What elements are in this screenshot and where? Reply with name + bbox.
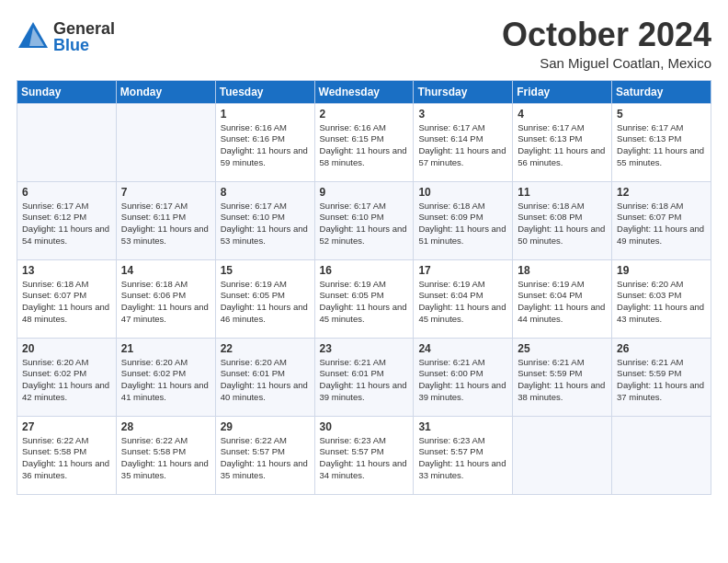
header: General Blue October 2024 San Miguel Coa… — [17, 17, 711, 71]
day-number: 21 — [121, 342, 210, 355]
day-number: 15 — [221, 264, 310, 277]
day-info: Sunrise: 6:22 AM Sunset: 5:58 PM Dayligh… — [22, 435, 111, 482]
day-info: Sunrise: 6:18 AM Sunset: 6:06 PM Dayligh… — [121, 279, 210, 326]
calendar-table: Sunday Monday Tuesday Wednesday Thursday… — [17, 80, 711, 495]
day-number: 24 — [418, 342, 507, 355]
calendar-week-row: 27Sunrise: 6:22 AM Sunset: 5:58 PM Dayli… — [17, 416, 711, 494]
day-info: Sunrise: 6:20 AM Sunset: 6:02 PM Dayligh… — [22, 357, 111, 404]
day-info: Sunrise: 6:17 AM Sunset: 6:10 PM Dayligh… — [221, 201, 310, 247]
table-row: 30Sunrise: 6:23 AM Sunset: 5:57 PM Dayli… — [314, 416, 414, 494]
col-tuesday: Tuesday — [215, 80, 314, 103]
day-number: 6 — [22, 186, 111, 199]
day-number: 1 — [221, 108, 310, 121]
day-number: 31 — [418, 420, 507, 433]
day-info: Sunrise: 6:21 AM Sunset: 5:59 PM Dayligh… — [518, 357, 607, 404]
table-row: 20Sunrise: 6:20 AM Sunset: 6:02 PM Dayli… — [17, 338, 117, 416]
table-row: 29Sunrise: 6:22 AM Sunset: 5:57 PM Dayli… — [215, 416, 314, 494]
table-row: 13Sunrise: 6:18 AM Sunset: 6:07 PM Dayli… — [17, 259, 117, 338]
day-number: 28 — [121, 420, 210, 433]
day-info: Sunrise: 6:21 AM Sunset: 6:00 PM Dayligh… — [418, 357, 507, 404]
day-info: Sunrise: 6:22 AM Sunset: 5:58 PM Dayligh… — [121, 435, 210, 482]
table-row: 18Sunrise: 6:19 AM Sunset: 6:04 PM Dayli… — [513, 259, 612, 338]
col-monday: Monday — [116, 80, 215, 103]
table-row: 24Sunrise: 6:21 AM Sunset: 6:00 PM Dayli… — [414, 338, 513, 416]
table-row: 8Sunrise: 6:17 AM Sunset: 6:10 PM Daylig… — [215, 181, 314, 259]
day-info: Sunrise: 6:17 AM Sunset: 6:12 PM Dayligh… — [22, 201, 111, 247]
table-row: 3Sunrise: 6:17 AM Sunset: 6:14 PM Daylig… — [414, 103, 513, 181]
table-row: 9Sunrise: 6:17 AM Sunset: 6:10 PM Daylig… — [314, 181, 414, 259]
day-info: Sunrise: 6:19 AM Sunset: 6:05 PM Dayligh… — [320, 279, 409, 326]
day-number: 10 — [418, 186, 507, 199]
table-row: 31Sunrise: 6:23 AM Sunset: 5:57 PM Dayli… — [414, 416, 513, 494]
table-row: 14Sunrise: 6:18 AM Sunset: 6:06 PM Dayli… — [116, 259, 215, 338]
day-number: 16 — [320, 264, 409, 277]
day-number: 4 — [518, 108, 607, 121]
day-number: 13 — [22, 264, 111, 277]
day-number: 19 — [617, 264, 706, 277]
day-info: Sunrise: 6:18 AM Sunset: 6:08 PM Dayligh… — [518, 201, 607, 247]
day-number: 29 — [221, 420, 310, 433]
day-info: Sunrise: 6:21 AM Sunset: 6:01 PM Dayligh… — [320, 357, 409, 404]
day-number: 17 — [418, 264, 507, 277]
col-wednesday: Wednesday — [314, 80, 414, 103]
day-info: Sunrise: 6:23 AM Sunset: 5:57 PM Dayligh… — [320, 435, 409, 482]
day-number: 20 — [22, 342, 111, 355]
day-info: Sunrise: 6:20 AM Sunset: 6:01 PM Dayligh… — [221, 357, 310, 404]
table-row: 10Sunrise: 6:18 AM Sunset: 6:09 PM Dayli… — [414, 181, 513, 259]
day-number: 25 — [518, 342, 607, 355]
table-row — [612, 416, 711, 494]
table-row: 19Sunrise: 6:20 AM Sunset: 6:03 PM Dayli… — [612, 259, 711, 338]
table-row: 6Sunrise: 6:17 AM Sunset: 6:12 PM Daylig… — [17, 181, 117, 259]
title-area: October 2024 San Miguel Coatlan, Mexico — [502, 17, 711, 71]
logo-blue-text: Blue — [53, 37, 115, 53]
day-info: Sunrise: 6:20 AM Sunset: 6:03 PM Dayligh… — [617, 279, 706, 326]
table-row — [513, 416, 612, 494]
month-title: October 2024 — [502, 17, 711, 53]
table-row: 26Sunrise: 6:21 AM Sunset: 5:59 PM Dayli… — [612, 338, 711, 416]
day-info: Sunrise: 6:23 AM Sunset: 5:57 PM Dayligh… — [418, 435, 507, 482]
day-number: 11 — [518, 186, 607, 199]
day-info: Sunrise: 6:19 AM Sunset: 6:04 PM Dayligh… — [518, 279, 607, 326]
day-number: 22 — [221, 342, 310, 355]
day-info: Sunrise: 6:19 AM Sunset: 6:05 PM Dayligh… — [221, 279, 310, 326]
table-row: 5Sunrise: 6:17 AM Sunset: 6:13 PM Daylig… — [612, 103, 711, 181]
table-row: 1Sunrise: 6:16 AM Sunset: 6:16 PM Daylig… — [215, 103, 314, 181]
day-number: 8 — [221, 186, 310, 199]
page: General Blue October 2024 San Miguel Coa… — [0, 0, 728, 563]
table-row — [17, 103, 117, 181]
day-info: Sunrise: 6:19 AM Sunset: 6:04 PM Dayligh… — [418, 279, 507, 326]
calendar-week-row: 6Sunrise: 6:17 AM Sunset: 6:12 PM Daylig… — [17, 181, 711, 259]
table-row — [116, 103, 215, 181]
day-number: 12 — [617, 186, 706, 199]
calendar-week-row: 1Sunrise: 6:16 AM Sunset: 6:16 PM Daylig… — [17, 103, 711, 181]
table-row: 2Sunrise: 6:16 AM Sunset: 6:15 PM Daylig… — [314, 103, 414, 181]
day-info: Sunrise: 6:22 AM Sunset: 5:57 PM Dayligh… — [221, 435, 310, 482]
day-info: Sunrise: 6:16 AM Sunset: 6:16 PM Dayligh… — [221, 122, 310, 169]
logo-general-text: General — [53, 20, 115, 37]
table-row: 12Sunrise: 6:18 AM Sunset: 6:07 PM Dayli… — [612, 181, 711, 259]
logo-icon — [17, 20, 50, 53]
day-number: 27 — [22, 420, 111, 433]
table-row: 22Sunrise: 6:20 AM Sunset: 6:01 PM Dayli… — [215, 338, 314, 416]
day-number: 3 — [418, 108, 507, 121]
calendar-header-row: Sunday Monday Tuesday Wednesday Thursday… — [17, 80, 711, 103]
day-number: 23 — [320, 342, 409, 355]
table-row: 25Sunrise: 6:21 AM Sunset: 5:59 PM Dayli… — [513, 338, 612, 416]
table-row: 15Sunrise: 6:19 AM Sunset: 6:05 PM Dayli… — [215, 259, 314, 338]
day-number: 5 — [617, 108, 706, 121]
table-row: 23Sunrise: 6:21 AM Sunset: 6:01 PM Dayli… — [314, 338, 414, 416]
day-info: Sunrise: 6:17 AM Sunset: 6:11 PM Dayligh… — [121, 201, 210, 247]
day-number: 18 — [518, 264, 607, 277]
table-row: 16Sunrise: 6:19 AM Sunset: 6:05 PM Dayli… — [314, 259, 414, 338]
day-info: Sunrise: 6:17 AM Sunset: 6:14 PM Dayligh… — [418, 122, 507, 169]
day-info: Sunrise: 6:18 AM Sunset: 6:07 PM Dayligh… — [617, 201, 706, 247]
day-number: 30 — [320, 420, 409, 433]
table-row: 4Sunrise: 6:17 AM Sunset: 6:13 PM Daylig… — [513, 103, 612, 181]
table-row: 21Sunrise: 6:20 AM Sunset: 6:02 PM Dayli… — [116, 338, 215, 416]
table-row: 27Sunrise: 6:22 AM Sunset: 5:58 PM Dayli… — [17, 416, 117, 494]
col-friday: Friday — [513, 80, 612, 103]
day-info: Sunrise: 6:18 AM Sunset: 6:07 PM Dayligh… — [22, 279, 111, 326]
table-row: 17Sunrise: 6:19 AM Sunset: 6:04 PM Dayli… — [414, 259, 513, 338]
day-number: 26 — [617, 342, 706, 355]
day-info: Sunrise: 6:17 AM Sunset: 6:13 PM Dayligh… — [518, 122, 607, 169]
